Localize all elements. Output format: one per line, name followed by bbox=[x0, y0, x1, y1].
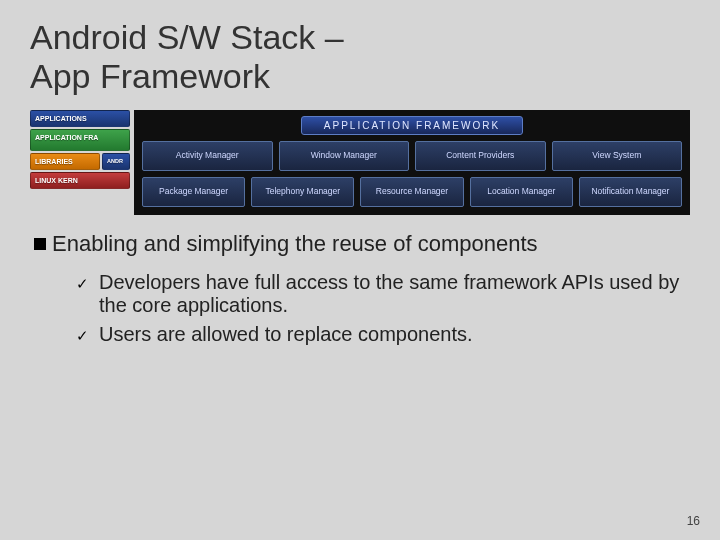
fw-box-notification-manager: Notification Manager bbox=[579, 177, 682, 207]
sub-bullet-2-text: Users are allowed to replace components. bbox=[99, 323, 473, 346]
slide: Android S/W Stack – App Framework APPLIC… bbox=[0, 0, 720, 540]
checkmark-icon: ✓ bbox=[76, 327, 89, 346]
title-line-2: App Framework bbox=[30, 57, 270, 95]
stack-layer-libraries: LIBRARIES bbox=[30, 153, 100, 170]
app-framework-row-1: Activity Manager Window Manager Content … bbox=[142, 141, 682, 171]
app-framework-row-2: Package Manager Telephony Manager Resour… bbox=[142, 177, 682, 207]
slide-title: Android S/W Stack – App Framework bbox=[30, 18, 690, 96]
fw-box-location-manager: Location Manager bbox=[470, 177, 573, 207]
stack-layer-kernel: LINUX KERN bbox=[30, 172, 130, 189]
diagram-row: APPLICATIONS APPLICATION FRA LIBRARIES A… bbox=[30, 110, 690, 215]
stack-layer-libs-row: LIBRARIES ANDR bbox=[30, 153, 130, 170]
stack-thumbnail: APPLICATIONS APPLICATION FRA LIBRARIES A… bbox=[30, 110, 130, 215]
fw-box-resource-manager: Resource Manager bbox=[360, 177, 463, 207]
fw-box-window-manager: Window Manager bbox=[279, 141, 410, 171]
checkmark-icon: ✓ bbox=[76, 275, 89, 317]
sub-bullet-list: ✓ Developers have full access to the sam… bbox=[30, 271, 690, 346]
title-line-1: Android S/W Stack – bbox=[30, 18, 344, 56]
body-bullets: Enabling and simplifying the reuse of co… bbox=[30, 231, 690, 346]
fw-box-package-manager: Package Manager bbox=[142, 177, 245, 207]
app-framework-rows: Activity Manager Window Manager Content … bbox=[142, 141, 682, 207]
square-bullet-icon bbox=[34, 238, 46, 250]
app-framework-header: APPLICATION FRAMEWORK bbox=[301, 116, 523, 135]
bullet-main: Enabling and simplifying the reuse of co… bbox=[34, 231, 690, 257]
fw-box-telephony-manager: Telephony Manager bbox=[251, 177, 354, 207]
sub-bullet-1-text: Developers have full access to the same … bbox=[99, 271, 690, 317]
fw-box-view-system: View System bbox=[552, 141, 683, 171]
app-framework-panel: APPLICATION FRAMEWORK Activity Manager W… bbox=[134, 110, 690, 215]
page-number: 16 bbox=[687, 514, 700, 528]
sub-bullet-1: ✓ Developers have full access to the sam… bbox=[76, 271, 690, 317]
stack-layer-app-framework: APPLICATION FRA bbox=[30, 129, 130, 151]
bullet-main-text: Enabling and simplifying the reuse of co… bbox=[52, 231, 538, 257]
fw-box-content-providers: Content Providers bbox=[415, 141, 546, 171]
stack-layer-runtime: ANDR bbox=[102, 153, 130, 170]
sub-bullet-2: ✓ Users are allowed to replace component… bbox=[76, 323, 690, 346]
stack-layer-applications: APPLICATIONS bbox=[30, 110, 130, 127]
fw-box-activity-manager: Activity Manager bbox=[142, 141, 273, 171]
